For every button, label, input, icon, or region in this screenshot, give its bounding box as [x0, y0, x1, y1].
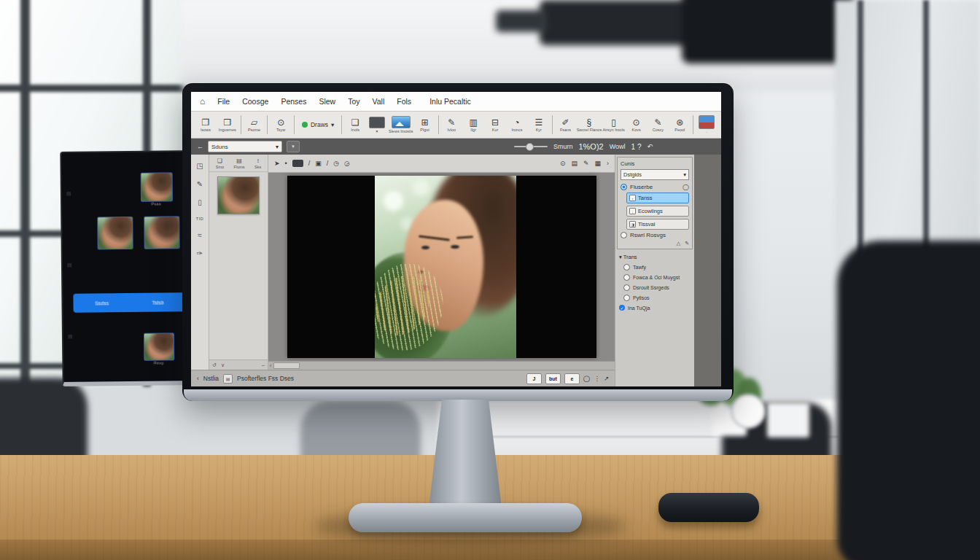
collapse-icon[interactable]: –: [262, 362, 265, 368]
pencil-button[interactable]: ✐ Fsans: [556, 118, 576, 132]
refresh-icon[interactable]: ◯: [682, 184, 689, 190]
thumbs-column[interactable]: ▤ Flums: [234, 158, 245, 169]
circle-icon[interactable]: ◯: [583, 375, 591, 382]
status-tab-label[interactable]: Nstlia: [203, 375, 219, 382]
menu-item[interactable]: Toy: [348, 97, 359, 106]
folder-button[interactable]: ▱ Psome: [244, 118, 265, 132]
status-button-1[interactable]: J: [526, 373, 542, 384]
text-tool-icon[interactable]: TID: [196, 217, 203, 221]
menu-item[interactable]: Vall: [373, 97, 385, 106]
refresh-icon[interactable]: ↺: [212, 362, 217, 368]
cursor-icon[interactable]: ➤: [274, 160, 280, 167]
page-tool-icon[interactable]: ▯: [198, 198, 202, 206]
rotate-right-icon[interactable]: ◶: [344, 160, 350, 167]
selection-bar-label[interactable]: Ssdss: [95, 300, 109, 306]
expand-icon[interactable]: ↗: [604, 375, 609, 382]
pen-tool-icon[interactable]: ✎: [197, 180, 203, 188]
image-icon[interactable]: ▣: [315, 160, 322, 167]
line-tool-icon[interactable]: ✑: [197, 249, 203, 257]
brush-tool-icon[interactable]: ≈: [198, 231, 202, 239]
image-icon[interactable]: ▦: [594, 160, 601, 167]
crop-tool-icon[interactable]: ◳: [196, 162, 203, 170]
screen-icon[interactable]: [292, 160, 303, 167]
search-icon[interactable]: ⊙: [560, 160, 566, 167]
document-thumbnail[interactable]: [217, 176, 260, 214]
save-button[interactable]: ❐ Isows: [195, 118, 216, 132]
document-icon[interactable]: ▤: [571, 160, 578, 167]
radio-icon[interactable]: [623, 295, 630, 301]
columns-button[interactable]: ▥ Ilgr: [463, 118, 483, 132]
edit-doc-button[interactable]: ✎ Ivloo: [441, 118, 462, 132]
table-button[interactable]: ⊟ Kur: [485, 118, 505, 132]
scrollbar-thumb[interactable]: [273, 362, 300, 369]
scroll-left-icon[interactable]: ‹: [270, 363, 271, 368]
kebab-menu-icon[interactable]: ⋮: [594, 375, 600, 382]
undo-icon[interactable]: ↶: [647, 143, 653, 150]
selection-bar[interactable]: Ssdss Tstsb: [73, 292, 185, 313]
preset-button-3[interactable]: ◨ Tlssval: [626, 219, 689, 230]
sliders-button[interactable]: ☰ Kyr: [529, 118, 549, 132]
menu-item[interactable]: Coosge: [242, 97, 268, 106]
asset-thumbnail[interactable]: [97, 217, 133, 250]
presets-radio[interactable]: [621, 184, 627, 190]
selection-bar-label[interactable]: Tstsb: [152, 300, 163, 305]
status-button-3[interactable]: e: [564, 373, 580, 384]
asset-thumbnail[interactable]: [144, 332, 174, 360]
radio-icon[interactable]: [623, 264, 630, 271]
color-swatch-button[interactable]: ▾: [367, 117, 387, 133]
option-radio-row[interactable]: Tawfy: [623, 264, 691, 271]
alert-icon[interactable]: △: [677, 241, 680, 246]
wheel-button[interactable]: ⊛ Peool: [669, 118, 690, 132]
canvas-viewport[interactable]: [268, 173, 615, 361]
pen-button[interactable]: ✎ Coscy: [648, 118, 669, 132]
photo-mode-button[interactable]: ·: [696, 115, 717, 134]
home-icon[interactable]: ⌂: [200, 96, 205, 106]
checkmark-icon[interactable]: ✓: [619, 305, 625, 311]
preset-button-1[interactable]: › Tanss: [626, 192, 689, 203]
status-button-2[interactable]: but: [545, 373, 561, 384]
device-button[interactable]: ▯ Airsyn Irools: [602, 118, 624, 132]
reset-radio[interactable]: [621, 232, 627, 238]
menu-item[interactable]: Penses: [281, 97, 306, 106]
side-display-icon[interactable]: ▤: [67, 262, 72, 268]
import-button[interactable]: ❒ Ingusmes: [217, 118, 238, 132]
side-display-icon[interactable]: ▤: [66, 191, 71, 197]
layout-button[interactable]: ⊞ Plgut: [415, 118, 435, 132]
option-radio-row[interactable]: Fowca & Oci Muygst: [623, 274, 691, 281]
option-checked-row[interactable]: ✓ Ina TuQja: [619, 305, 691, 311]
preset-button-2[interactable]: ⋮ Ecowlings: [626, 206, 689, 217]
back-arrow-icon[interactable]: ←: [197, 143, 203, 150]
side-display-icon[interactable]: ▤: [68, 334, 73, 340]
show-images-button[interactable]: Slews Imosits: [389, 116, 413, 133]
section-collapse-icon[interactable]: ▾: [619, 254, 622, 260]
zoom-tool-button[interactable]: ⊙ Tsyw: [271, 118, 291, 132]
size-column[interactable]: ↕ Sks: [254, 158, 261, 169]
gauge-button[interactable]: ◔ Ironcs: [507, 118, 527, 132]
asset-thumbnail[interactable]: [144, 216, 179, 249]
horizontal-scrollbar[interactable]: ‹: [268, 361, 615, 370]
radio-icon[interactable]: [623, 284, 630, 291]
attach-button[interactable]: § Swcrel Flanos: [577, 118, 601, 132]
menu-item-file[interactable]: File: [217, 97, 230, 106]
mode-dropdown[interactable]: Draws ▾: [298, 121, 338, 128]
chevron-right-icon[interactable]: ›: [607, 160, 609, 167]
menu-item[interactable]: Fols: [397, 97, 411, 106]
pencil-icon[interactable]: ✎: [583, 160, 589, 167]
preset-combo[interactable]: Sduns ▾: [208, 141, 282, 152]
rotate-left-icon[interactable]: ◷: [333, 160, 339, 167]
options-menu-button[interactable]: ▾: [287, 141, 300, 152]
option-radio-row[interactable]: Dsroult Ssrgeds: [623, 284, 691, 291]
back-icon[interactable]: ‹: [197, 375, 199, 382]
radio-icon[interactable]: [623, 274, 630, 281]
sort-column[interactable]: ❏ Smo: [216, 158, 224, 169]
preset-select[interactable]: Dstglds ▾: [621, 169, 689, 180]
search-button[interactable]: ⊙ Kovs: [626, 118, 647, 132]
edit-icon[interactable]: ✎: [685, 241, 689, 246]
zoom-slider[interactable]: [514, 146, 548, 147]
option-radio-row[interactable]: Pytlsos: [623, 295, 691, 301]
menu-item[interactable]: Slew: [319, 97, 335, 106]
slider-knob[interactable]: [526, 143, 534, 151]
asset-thumbnail[interactable]: [141, 172, 173, 201]
new-page-button[interactable]: ❏ Inols: [345, 118, 365, 132]
chevron-down-icon[interactable]: ∨: [221, 362, 225, 368]
